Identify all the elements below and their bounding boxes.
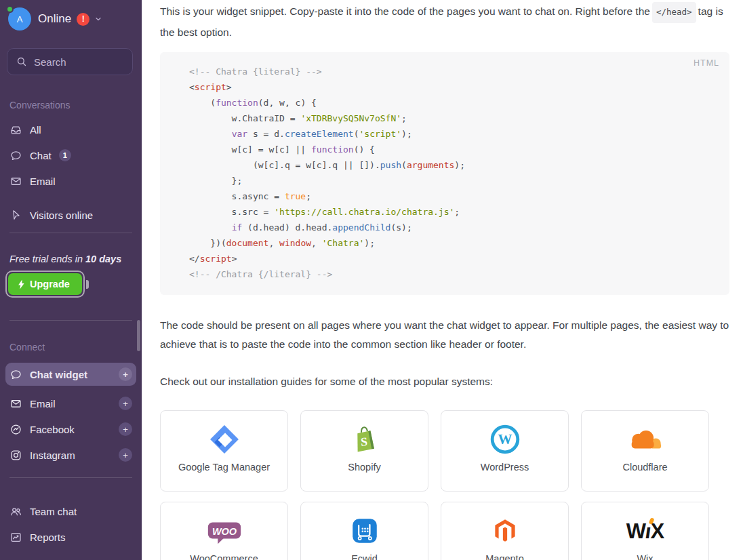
chart-report-icon <box>9 531 22 544</box>
sidebar-item-label: Chat <box>30 150 52 161</box>
sidebar-item-label: Instagram <box>30 449 75 461</box>
guide-card-shopify[interactable]: S Shopify <box>300 410 428 492</box>
sidebar-item-team-chat[interactable]: Team chat <box>9 503 136 519</box>
guide-card-cloudflare[interactable]: Cloudflare <box>581 410 709 492</box>
guide-card-label: WordPress <box>481 462 529 473</box>
divider <box>9 320 132 321</box>
chevron-down-icon <box>94 15 102 23</box>
guide-card-label: Ecwid <box>351 553 378 560</box>
paragraph-pages: The code should be present on all pages … <box>160 316 734 354</box>
team-icon <box>9 505 22 518</box>
guide-card-label: Shopify <box>348 462 380 473</box>
sidebar-item-connect-email[interactable]: Email + <box>9 395 136 412</box>
paragraph-guides: Check out our installation guides for so… <box>160 372 734 391</box>
svg-text:W: W <box>498 431 512 447</box>
woocommerce-icon: WOO <box>205 514 244 548</box>
guide-card-label: Wix <box>637 553 653 560</box>
add-channel-button[interactable]: + <box>119 397 132 410</box>
chat-bubble-icon <box>9 149 22 162</box>
intro-paragraph: This is your widget snippet. Copy-paste … <box>160 2 734 42</box>
search-input[interactable] <box>34 56 122 68</box>
wordpress-icon: W <box>489 422 521 456</box>
svg-text:WOO: WOO <box>212 526 237 537</box>
sidebar-item-chat-widget[interactable]: Chat widget + <box>5 363 136 386</box>
google-tag-manager-icon <box>209 422 240 456</box>
magento-icon <box>489 514 521 548</box>
online-status-dot <box>6 5 14 13</box>
guide-card-label: Cloudflare <box>622 462 667 473</box>
sidebar: A Online ! Conversations All <box>0 0 142 560</box>
code-language-label: HTML <box>694 58 719 68</box>
inbox-tray-icon <box>9 123 22 136</box>
head-tag-inline-code: </head> <box>652 2 696 23</box>
widget-setup-content: This is your widget snippet. Copy-paste … <box>142 0 743 560</box>
sidebar-item-email[interactable]: Email <box>9 173 136 189</box>
guide-card-label: WooCommerce <box>190 553 258 560</box>
installation-guides-grid: Google Tag Manager S Shopify <box>160 410 728 560</box>
sidebar-item-chat[interactable]: Chat 1 <box>9 147 136 163</box>
sidebar-item-label: All <box>30 124 41 136</box>
alert-badge: ! <box>77 13 89 26</box>
guide-card-ecwid[interactable]: Ecwid <box>300 502 428 560</box>
chatra-app: A Online ! Conversations All <box>0 0 743 560</box>
add-channel-button[interactable]: + <box>119 367 132 381</box>
add-channel-button[interactable]: + <box>119 448 132 462</box>
envelope-icon <box>9 175 22 188</box>
upgrade-label: Upgrade <box>30 279 70 289</box>
lightning-bolt-icon <box>18 279 25 289</box>
shopify-icon: S <box>349 422 380 456</box>
chat-bubble-icon <box>9 368 22 381</box>
guide-card-magento[interactable]: Magento <box>441 502 569 560</box>
wix-icon: WıX <box>626 514 664 548</box>
sidebar-scrollbar-thumb[interactable] <box>137 320 140 351</box>
search-icon <box>16 56 28 68</box>
sidebar-item-label: Chat widget <box>30 369 87 380</box>
sidebar-item-visitors-online[interactable]: Visitors online <box>9 207 136 223</box>
guide-card-google-tag-manager[interactable]: Google Tag Manager <box>160 410 288 492</box>
sidebar-item-label: Reports <box>30 532 66 543</box>
guide-card-woocommerce[interactable]: WOO WooCommerce <box>160 502 288 560</box>
status-label: Online <box>38 12 71 26</box>
messenger-icon <box>9 423 22 436</box>
search-box[interactable] <box>7 48 133 75</box>
upgrade-button[interactable]: Upgrade <box>8 273 82 295</box>
divider <box>9 233 132 233</box>
cursor-icon <box>9 209 22 222</box>
chat-count-badge: 1 <box>59 149 71 161</box>
guide-card-label: Magento <box>485 553 523 560</box>
cloudflare-icon <box>626 422 665 456</box>
sidebar-item-facebook[interactable]: Facebook + <box>9 421 136 437</box>
guide-card-label: Google Tag Manager <box>178 462 270 473</box>
code-lines: <!-- Chatra {literal} --><script> (funct… <box>189 64 716 282</box>
sidebar-item-reports[interactable]: Reports <box>9 529 136 545</box>
avatar: A <box>8 7 31 31</box>
sidebar-item-label: Email <box>30 176 56 187</box>
sidebar-item-all[interactable]: All <box>9 121 136 138</box>
battery-nub <box>86 280 89 289</box>
trial-countdown: Free trial ends in 10 days <box>9 254 142 264</box>
add-channel-button[interactable]: + <box>119 422 132 436</box>
svg-text:S: S <box>360 435 367 449</box>
ecwid-icon <box>349 514 380 548</box>
sidebar-item-label: Facebook <box>30 424 75 435</box>
sidebar-item-label: Visitors online <box>30 209 93 221</box>
guide-card-wordpress[interactable]: W WordPress <box>441 410 569 492</box>
instagram-icon <box>9 449 22 462</box>
envelope-icon <box>9 397 22 410</box>
connect-section-label: Connect <box>9 342 142 353</box>
divider <box>9 477 132 478</box>
sidebar-item-label: Team chat <box>30 506 77 517</box>
sidebar-item-instagram[interactable]: Instagram + <box>9 447 136 463</box>
agent-status-dropdown[interactable]: A Online ! <box>8 7 142 31</box>
upgrade-battery: Upgrade <box>5 271 142 298</box>
guide-card-wix[interactable]: WıX Wix <box>581 502 709 560</box>
sidebar-item-label: Email <box>30 398 56 409</box>
conversations-section-label: Conversations <box>9 100 142 111</box>
widget-snippet-code-block: HTML <!-- Chatra {literal} --><script> (… <box>160 52 729 295</box>
